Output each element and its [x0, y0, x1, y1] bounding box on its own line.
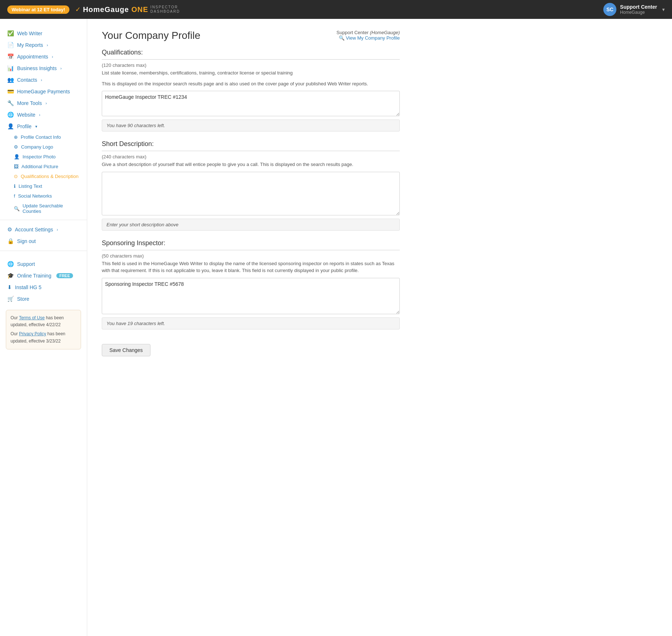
sidebar-sub-item-company-logo[interactable]: ⚙ Company Logo — [0, 142, 87, 152]
view-my-company-profile-link[interactable]: View My Company Profile — [346, 35, 400, 41]
chevron-right-icon: › — [47, 43, 48, 47]
sidebar-item-profile[interactable]: 👤 Profile ▾ — [0, 121, 87, 132]
qualifications-icon: ⊙ — [14, 174, 18, 179]
additional-picture-icon: 🖼 — [14, 164, 19, 169]
logo-area: ✓ HomeGauge ONE INSPECTOR DASHBOARD — [75, 5, 180, 14]
contacts-icon: 👥 — [7, 77, 14, 83]
sidebar-item-label: My Reports — [17, 42, 43, 48]
chevron-right-icon: › — [57, 227, 58, 232]
sidebar-item-appointments[interactable]: 📅 Appointments › — [0, 51, 87, 62]
sidebar-item-label: More Tools — [17, 100, 42, 106]
sidebar-item-label: HomeGauge Payments — [17, 89, 70, 94]
sidebar-item-support[interactable]: 🌐 Support — [0, 258, 87, 270]
short-description-section: Short Description: (240 characters max) … — [102, 140, 400, 231]
privacy-link[interactable]: Privacy Policy — [19, 331, 46, 336]
sidebar-item-label: Profile — [17, 123, 32, 129]
sponsoring-inspector-hint: (50 characters max) — [102, 253, 400, 259]
more-tools-icon: 🔧 — [7, 100, 14, 106]
sponsoring-inspector-textarea[interactable] — [102, 278, 400, 314]
sidebar-item-label: Business Insights — [17, 65, 57, 71]
sidebar-sub-item-inspector-photo[interactable]: 👤 Inspector Photo — [0, 152, 87, 162]
sidebar-sub-item-social-networks[interactable]: f Social Networks — [0, 191, 87, 201]
sidebar-item-web-writer[interactable]: ✅ Web Writer — [0, 28, 87, 39]
terms-line2: Our Privacy Policy has been updated, eff… — [11, 331, 76, 344]
sidebar-item-homegauge-payments[interactable]: 💳 HomeGauge Payments — [0, 86, 87, 97]
sidebar-item-sign-out[interactable]: 🔒 Sign out — [0, 235, 87, 247]
sidebar-sub-label: Qualifications & Description — [21, 174, 79, 179]
terms-link[interactable]: Terms of Use — [19, 315, 45, 320]
sidebar-item-install-hg5[interactable]: ⬇ Install HG 5 — [0, 281, 87, 293]
logo-check-icon: ✓ — [75, 5, 81, 13]
sidebar-sub-item-update-counties[interactable]: 🔍 Update Searchable Counties — [0, 201, 87, 216]
sidebar-item-label: Store — [17, 296, 29, 302]
sidebar-item-label: Install HG 5 — [15, 284, 41, 290]
sidebar-item-online-training[interactable]: 🎓 Online Training FREE — [0, 270, 87, 281]
sponsoring-inspector-info: This field is used in the HomeGauge Web … — [102, 260, 400, 274]
online-training-icon: 🎓 — [7, 272, 14, 279]
sidebar-bottom: 🌐 Support 🎓 Online Training FREE ⬇ Insta… — [0, 255, 87, 353]
sidebar-divider-2 — [0, 251, 87, 251]
chevron-right-icon: › — [41, 78, 42, 82]
support-link-area: Support Center (HomeGauge) 🔍 View My Com… — [337, 30, 400, 41]
free-badge: FREE — [56, 273, 73, 278]
payments-icon: 💳 — [7, 88, 14, 95]
qualifications-title: Qualifications: — [102, 49, 400, 60]
sidebar-item-contacts[interactable]: 👥 Contacts › — [0, 74, 87, 86]
my-reports-icon: 📄 — [7, 42, 14, 48]
sidebar-divider — [0, 220, 87, 220]
website-icon: 🌐 — [7, 112, 14, 118]
short-description-textarea[interactable] — [102, 172, 400, 215]
sidebar-item-label: Contacts — [17, 77, 37, 83]
sidebar-item-more-tools[interactable]: 🔧 More Tools › — [0, 97, 87, 109]
sidebar-sub-label: Profile Contact Info — [21, 134, 61, 140]
sidebar-sub-item-listing-text[interactable]: ℹ Listing Text — [0, 181, 87, 191]
logo-subtitle: INSPECTOR DASHBOARD — [150, 5, 180, 14]
chevron-right-icon: › — [52, 54, 53, 59]
sidebar-sub-label: Inspector Photo — [23, 154, 56, 159]
save-changes-button[interactable]: Save Changes — [102, 344, 150, 356]
sidebar-item-account-settings[interactable]: ⚙ Account Settings › — [0, 224, 87, 235]
search-icon: 🔍 — [339, 35, 345, 41]
support-center-label: Support Center (HomeGauge) — [337, 30, 400, 35]
short-description-info: Give a short description of yourself tha… — [102, 161, 400, 168]
update-counties-icon: 🔍 — [14, 206, 20, 211]
avatar: SC — [603, 3, 616, 16]
top-nav-left: Webinar at 12 ET today! ✓ HomeGauge ONE … — [7, 5, 180, 14]
sidebar-main-nav: ✅ Web Writer 📄 My Reports › 📅 Appointmen… — [0, 28, 87, 216]
chevron-right-icon: › — [45, 101, 47, 105]
sidebar-sub-item-qualifications[interactable]: ⊙ Qualifications & Description — [0, 171, 87, 181]
chevron-right-icon: › — [60, 66, 62, 70]
webinar-badge[interactable]: Webinar at 12 ET today! — [7, 5, 69, 14]
sidebar-item-my-reports[interactable]: 📄 My Reports › — [0, 39, 87, 51]
sidebar-item-website[interactable]: 🌐 Website › — [0, 109, 87, 121]
sidebar-sub-item-additional-picture[interactable]: 🖼 Additional Picture — [0, 162, 87, 171]
top-nav: Webinar at 12 ET today! ✓ HomeGauge ONE … — [0, 0, 672, 19]
account-settings-icon: ⚙ — [7, 226, 12, 233]
company-logo-icon: ⚙ — [14, 144, 18, 150]
sidebar-item-business-insights[interactable]: 📊 Business Insights › — [0, 62, 87, 74]
qualifications-info2: This is displayed on the inspector searc… — [102, 80, 400, 88]
short-description-hint: (240 characters max) — [102, 154, 400, 159]
qualifications-textarea[interactable] — [102, 91, 400, 116]
sidebar-sub-item-profile-contact-info[interactable]: ⊕ Profile Contact Info — [0, 132, 87, 142]
sidebar-item-store[interactable]: 🛒 Store — [0, 293, 87, 305]
page-title: Your Company Profile — [102, 30, 200, 41]
support-info: Support Center HomeGauge — [620, 4, 657, 15]
sign-out-icon: 🔒 — [7, 238, 14, 244]
sidebar-item-label: Sign out — [17, 238, 36, 244]
sidebar-sub-label: Social Networks — [18, 193, 52, 199]
chevron-down-icon[interactable]: ▾ — [662, 7, 665, 12]
sponsoring-inspector-title: Sponsoring Inspector: — [102, 239, 400, 250]
sidebar-item-label: Appointments — [17, 54, 48, 60]
listing-text-icon: ℹ — [14, 183, 16, 189]
view-profile-link-row: 🔍 View My Company Profile — [337, 35, 400, 41]
profile-icon: 👤 — [7, 123, 14, 130]
top-nav-right[interactable]: SC Support Center HomeGauge ▾ — [603, 3, 665, 16]
sidebar-sub-label: Company Logo — [21, 144, 53, 150]
profile-contact-icon: ⊕ — [14, 134, 18, 140]
page-header: Your Company Profile Support Center (Hom… — [102, 30, 400, 41]
qualifications-hint: (120 characters max) — [102, 62, 400, 68]
sponsoring-inspector-char-counter: You have 19 characters left. — [102, 317, 400, 329]
sidebar-sub-label: Update Searchable Counties — [23, 203, 80, 214]
terms-line1: Our Terms of Use has been updated, effec… — [11, 315, 76, 328]
